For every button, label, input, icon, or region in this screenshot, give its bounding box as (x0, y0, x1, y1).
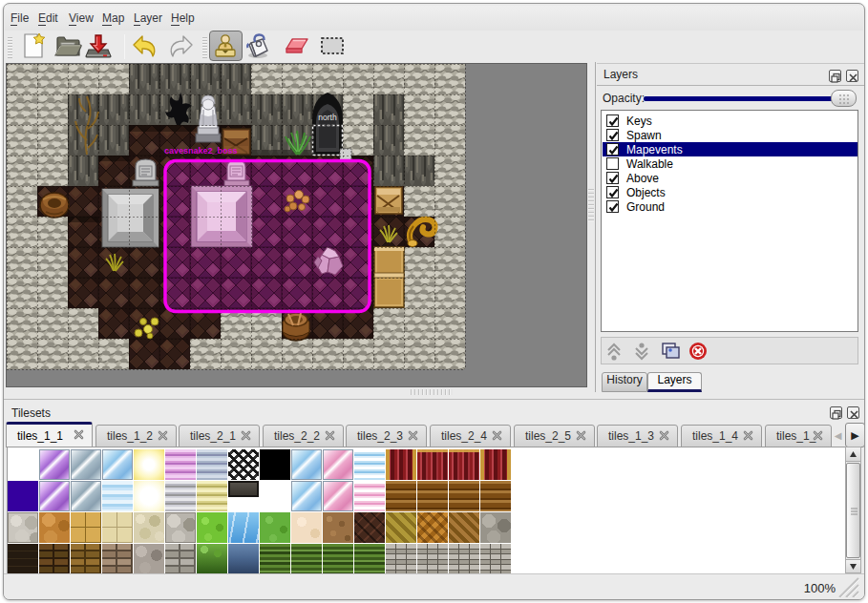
svg-text:north: north (318, 113, 337, 122)
svg-text:cavesnake2_boss: cavesnake2_boss (164, 146, 238, 156)
